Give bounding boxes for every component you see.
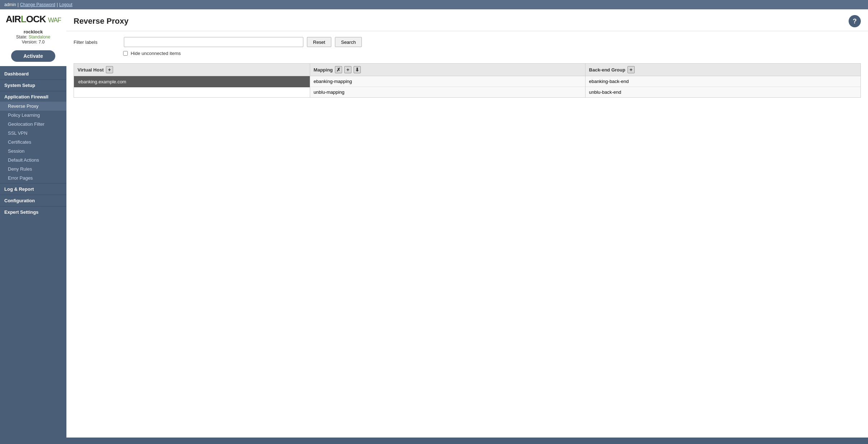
log-report-label: Log & Report — [4, 186, 34, 192]
sidebar-item-session[interactable]: Session — [0, 147, 66, 156]
filter-labels-input[interactable] — [124, 37, 303, 47]
table-header-row: Virtual Host + Mapping ✗ + ⬇ — [74, 64, 861, 76]
expert-settings-label: Expert Settings — [4, 209, 38, 215]
backend-col-label: Back-end Group — [589, 67, 625, 73]
vhost-name[interactable]: ebanking.example.com — [74, 76, 310, 87]
filter-labels-row: Filter labels Reset Search — [74, 37, 861, 47]
bottom-bar — [0, 438, 868, 444]
add-vhost-button[interactable]: + — [106, 66, 113, 73]
version-label: Version: — [22, 40, 37, 45]
sidebar-item-deny-rules[interactable]: Deny Rules — [0, 165, 66, 174]
mapping-col-label: Mapping — [314, 67, 333, 73]
dashboard-label: Dashboard — [4, 71, 29, 77]
add-mapping-button[interactable]: + — [344, 66, 351, 73]
vhost-cell[interactable]: ebanking.example.com — [74, 76, 310, 98]
vhost-column-header: Virtual Host + — [74, 64, 310, 76]
logo-airlock: AIR — [6, 14, 21, 24]
geolocation-filter-label: Geolocation Filter — [8, 121, 45, 127]
mapping-item[interactable]: unblu-mapping — [310, 87, 585, 97]
sep2: | — [57, 2, 58, 7]
hide-unconnected-label: Hide unconnected items — [131, 51, 181, 56]
nav-divider-2 — [0, 91, 66, 91]
backend-item[interactable]: unblu-back-end — [585, 87, 860, 97]
error-pages-label: Error Pages — [8, 175, 33, 181]
logo: AIRLOCK WAF — [6, 14, 61, 25]
deny-rules-label: Deny Rules — [8, 166, 32, 172]
sidebar-item-expert-settings[interactable]: Expert Settings — [0, 207, 66, 217]
backend-column-header: Back-end Group + — [585, 64, 860, 76]
reset-button[interactable]: Reset — [307, 37, 331, 47]
page-title: Reverse Proxy — [74, 17, 129, 26]
backend-header-actions: Back-end Group + — [589, 66, 857, 73]
nav-divider-3 — [0, 183, 66, 184]
top-bar: admin | Change Password | Logout — [0, 0, 868, 9]
mapping-cell: ebanking-mappingunblu-mapping — [310, 76, 585, 98]
sidebar-item-system-setup[interactable]: System Setup — [0, 80, 66, 90]
ssl-vpn-label: SSL VPN — [8, 130, 27, 136]
system-setup-label: System Setup — [4, 83, 35, 88]
mapping-edit-button[interactable]: ✗ — [335, 66, 342, 73]
proxy-table: Virtual Host + Mapping ✗ + ⬇ — [74, 63, 861, 98]
default-actions-label: Default Actions — [8, 157, 39, 163]
state-value: Standalone — [28, 34, 50, 40]
download-mapping-button[interactable]: ⬇ — [354, 66, 361, 73]
sidebar-item-ssl-vpn[interactable]: SSL VPN — [0, 129, 66, 138]
backend-item[interactable]: ebanking-back-end — [585, 76, 860, 87]
mapping-header-actions: Mapping ✗ + ⬇ — [314, 66, 582, 73]
logo-airlock2: OCK — [26, 14, 46, 24]
main-content: Reverse Proxy ? Filter labels Reset Sear… — [66, 9, 868, 438]
sidebar-item-configuration[interactable]: Configuration — [0, 196, 66, 205]
sidebar-item-dashboard[interactable]: Dashboard — [0, 69, 66, 79]
application-firewall-label: Application Firewall — [4, 94, 48, 100]
sidebar-info: rocklock State: Standalone Version: 7.0 — [0, 28, 66, 48]
certificates-label: Certificates — [8, 139, 31, 145]
help-button[interactable]: ? — [849, 15, 861, 27]
backend-cell: ebanking-back-endunblu-back-end — [585, 76, 860, 98]
change-password-link[interactable]: Change Password — [20, 2, 55, 7]
reverse-proxy-label: Reverse Proxy — [8, 103, 38, 109]
sidebar-item-policy-learning[interactable]: Policy Learning — [0, 111, 66, 120]
sidebar-logo: AIRLOCK WAF — [0, 9, 66, 28]
hide-unconnected-row: Hide unconnected items — [74, 51, 861, 56]
hostname: rocklock — [3, 29, 64, 34]
hide-unconnected-checkbox[interactable] — [123, 51, 128, 56]
logo-waf: WAF — [48, 17, 61, 24]
policy-learning-label: Policy Learning — [8, 112, 40, 118]
filter-area: Filter labels Reset Search Hide unconnec… — [66, 31, 868, 63]
mapping-column-header: Mapping ✗ + ⬇ — [310, 64, 585, 76]
sidebar-item-error-pages[interactable]: Error Pages — [0, 174, 66, 182]
state-row: State: Standalone — [3, 34, 64, 40]
activate-button[interactable]: Activate — [11, 50, 55, 62]
version-row: Version: 7.0 — [3, 40, 64, 45]
version-value: 7.0 — [39, 40, 45, 45]
filter-labels-label: Filter labels — [74, 40, 120, 45]
sidebar-activate-area: Activate — [0, 48, 66, 66]
sidebar-item-log-report[interactable]: Log & Report — [0, 184, 66, 194]
logout-link[interactable]: Logout — [59, 2, 73, 7]
table-row: ebanking.example.comebanking-mappingunbl… — [74, 76, 861, 98]
sidebar-item-geolocation-filter[interactable]: Geolocation Filter — [0, 120, 66, 129]
search-button[interactable]: Search — [335, 37, 362, 47]
sidebar-item-application-firewall[interactable]: Application Firewall — [0, 92, 66, 102]
vhost-col-label: Virtual Host — [78, 67, 104, 73]
admin-user-label: admin — [4, 2, 16, 7]
add-backend-button[interactable]: + — [627, 66, 635, 73]
nav-divider-5 — [0, 206, 66, 207]
nav-divider-1 — [0, 79, 66, 80]
state-label: State: — [16, 34, 27, 40]
nav-divider-4 — [0, 195, 66, 195]
table-area: Virtual Host + Mapping ✗ + ⬇ — [66, 63, 868, 105]
mapping-item[interactable]: ebanking-mapping — [310, 76, 585, 87]
main-header: Reverse Proxy ? — [66, 9, 868, 31]
session-label: Session — [8, 148, 24, 154]
sep1: | — [18, 2, 19, 7]
sidebar: AIRLOCK WAF rocklock State: Standalone V… — [0, 9, 66, 438]
sidebar-item-default-actions[interactable]: Default Actions — [0, 156, 66, 165]
sidebar-item-reverse-proxy[interactable]: Reverse Proxy — [0, 102, 66, 111]
vhost-header-actions: Virtual Host + — [78, 66, 306, 73]
sidebar-nav: Dashboard System Setup Application Firew… — [0, 66, 66, 218]
proxy-table-body: ebanking.example.comebanking-mappingunbl… — [74, 76, 861, 98]
sidebar-item-certificates[interactable]: Certificates — [0, 138, 66, 147]
configuration-label: Configuration — [4, 198, 35, 203]
